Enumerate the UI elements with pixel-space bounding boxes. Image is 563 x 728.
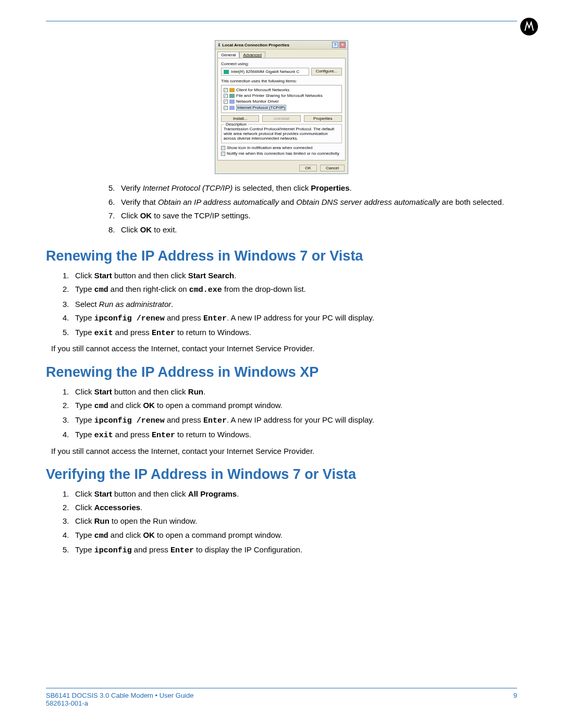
footer-rev: 582613-001-a	[46, 699, 88, 707]
num: 6.	[108, 196, 121, 208]
page-number: 9	[513, 692, 517, 699]
dialog-titlebar: ⬇ Local Area Connection Properties ? ×	[215, 41, 348, 50]
cancel-button: Cancel	[320, 165, 345, 171]
steps-5-8: 5.Verify Internet Protocol (TCP/IP) is s…	[46, 182, 517, 236]
ok-button: OK	[299, 165, 317, 171]
connection-items-list: ✓Client for Microsoft Networks ✓File and…	[221, 85, 342, 113]
motorola-logo-icon	[520, 18, 538, 35]
notify-checkbox-label: Notify me when this connection has limit…	[227, 151, 339, 156]
item-client: Client for Microsoft Networks	[236, 88, 289, 92]
dialog-screenshot: ⬇ Local Area Connection Properties ? × G…	[46, 40, 517, 174]
section-verify-win7: Verifying the IP Address in Windows 7 or…	[46, 466, 517, 483]
section-renew-xp: Renewing the IP Address in Windows XP	[46, 364, 517, 380]
item-tcpip: Internet Protocol (TCP/IP)	[236, 105, 286, 110]
step-7: Click OK to save the TCP/IP settings.	[121, 210, 517, 222]
show-icon-checkbox-label: Show icon in notification area when conn…	[227, 145, 313, 150]
uninstall-button: Uninstall	[262, 115, 300, 122]
num: 5.	[108, 182, 121, 194]
step-8: Click OK to exit.	[121, 224, 517, 236]
close-icon: ×	[339, 42, 346, 48]
step-6: Verify that Obtain an IP address automat…	[121, 196, 517, 208]
sec2-note: If you still cannot access the Internet,…	[46, 445, 517, 457]
tab-advanced: Advanced	[239, 52, 265, 58]
install-button: Install...	[221, 115, 259, 122]
tab-general: General	[217, 52, 239, 58]
sec1-note: If you still cannot access the Internet,…	[46, 342, 517, 354]
sec3-steps: 1.Click Start button and then click All …	[46, 488, 517, 557]
adapter-name: Intel(R) 82566MM Gigabit Network C	[231, 69, 299, 74]
page-footer: SB6141 DOCSIS 3.0 Cable Modem • User Gui…	[46, 688, 517, 707]
connect-using-label: Connect using:	[221, 61, 342, 66]
description-text: Transmission Control Protocol/Internet P…	[224, 127, 339, 141]
item-monitor: Network Monitor Driver	[236, 99, 279, 104]
sec2-steps: 1.Click Start button and then click Run.…	[46, 386, 517, 442]
footer-left: SB6141 DOCSIS 3.0 Cable Modem • User Gui…	[46, 692, 193, 699]
sec1-steps: 1.Click Start button and then click Star…	[46, 269, 517, 339]
help-icon: ?	[332, 42, 338, 48]
network-adapter-icon	[224, 70, 229, 74]
num: 8.	[108, 224, 121, 236]
section-renew-win7: Renewing the IP Address in Windows 7 or …	[46, 248, 517, 264]
configure-button: Configure...	[311, 68, 342, 76]
uses-items-label: This connection uses the following items…	[221, 79, 342, 83]
description-legend: Description	[225, 122, 248, 127]
num: 7.	[108, 210, 121, 222]
properties-button: Properties	[304, 115, 342, 122]
dialog-title: Local Area Connection Properties	[222, 43, 289, 47]
header-rule	[46, 21, 517, 21]
step-5: Verify Internet Protocol (TCP/IP) is sel…	[121, 182, 517, 194]
item-fileprint: File and Printer Sharing for Microsoft N…	[236, 93, 323, 98]
